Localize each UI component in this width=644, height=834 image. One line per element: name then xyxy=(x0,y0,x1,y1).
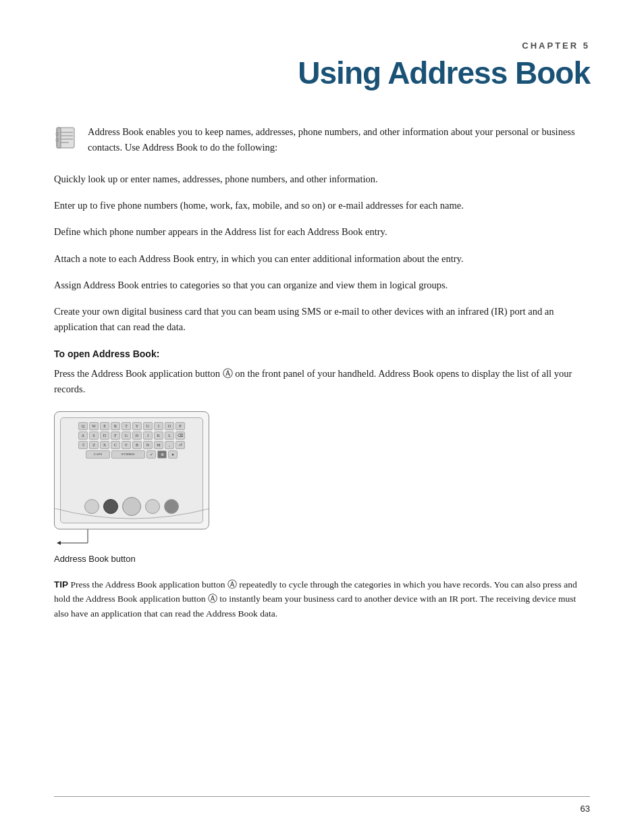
bullet-item-1: Quickly look up or enter names, addresse… xyxy=(54,172,590,187)
key-row-1: Q W E R T Y U I O P xyxy=(65,422,198,430)
bullet-item-4: Attach a note to each Address Book entry… xyxy=(54,251,590,267)
bullet-item-6: Create your own digital business card th… xyxy=(54,304,590,335)
footer-page-number: 63 xyxy=(581,804,590,814)
open-section-body: Press the Address Book application butto… xyxy=(54,366,590,397)
diagram-caption: Address Book button xyxy=(54,554,136,564)
tip-block: TIP Press the Address Book application b… xyxy=(54,577,590,621)
svg-rect-1 xyxy=(57,128,61,148)
page: CHAPTER 5 Using Address Book Address Boo… xyxy=(0,0,644,834)
diagram-arrow xyxy=(54,529,135,551)
key-row-4: CAPS SYMBOL ✓ ⊕ ♦ xyxy=(65,450,198,459)
bullet-item-5: Assign Address Book entries to categorie… xyxy=(54,278,590,293)
keyboard-area: Q W E R T Y U I O P A S D xyxy=(65,422,198,460)
svg-rect-7 xyxy=(56,138,58,142)
device-inner: Q W E R T Y U I O P A S D xyxy=(60,417,203,523)
intro-block: Address Book enables you to keep names, … xyxy=(54,124,590,155)
intro-text: Address Book enables you to keep names, … xyxy=(88,124,590,155)
key-row-3: ⇧ Z X C V B N M , ⏎ xyxy=(65,441,198,449)
chapter-label: CHAPTER 5 xyxy=(54,41,590,51)
device-diagram-container: Q W E R T Y U I O P A S D xyxy=(54,411,590,564)
footer-line xyxy=(54,796,590,797)
svg-rect-6 xyxy=(56,132,58,136)
device-diagram: Q W E R T Y U I O P A S D xyxy=(54,411,209,529)
chapter-title: Using Address Book xyxy=(54,56,590,90)
bullet-item-3: Define which phone number appears in the… xyxy=(54,224,590,240)
bullet-list: Quickly look up or enter names, addresse… xyxy=(54,172,590,335)
key-row-2: A S D F G H J K L ⌫ xyxy=(65,432,198,440)
tip-text: Press the Address Book application butto… xyxy=(54,579,577,619)
tip-label: TIP xyxy=(54,579,68,590)
address-book-icon xyxy=(54,126,78,150)
bullet-item-2: Enter up to five phone numbers (home, wo… xyxy=(54,198,590,213)
open-section-heading: To open Address Book: xyxy=(54,348,590,359)
svg-marker-10 xyxy=(57,541,61,545)
